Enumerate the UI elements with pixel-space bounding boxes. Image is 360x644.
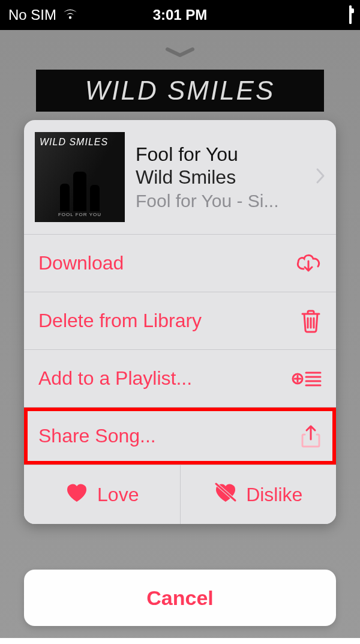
- add-to-list-icon: [292, 368, 322, 390]
- cancel-button[interactable]: Cancel: [24, 570, 336, 626]
- song-artist: Wild Smiles: [136, 166, 305, 188]
- album-art-title: WILD SMILES: [40, 137, 120, 148]
- dislike-button[interactable]: Dislike: [181, 465, 337, 524]
- add-to-playlist-button[interactable]: Add to a Playlist...: [24, 350, 336, 408]
- status-time: 3:01 PM: [153, 7, 208, 23]
- love-label: Love: [97, 484, 139, 506]
- phone-frame: No SIM 3:01 PM WILD SMILES WILD SMILES F…: [0, 0, 360, 644]
- heart-icon: [65, 481, 89, 508]
- wifi-icon: [62, 7, 78, 23]
- share-label: Share Song...: [38, 425, 156, 447]
- album-hero: WILD SMILES: [36, 70, 324, 112]
- share-icon: [300, 424, 322, 449]
- delete-from-library-button[interactable]: Delete from Library: [24, 292, 336, 350]
- chevron-right-icon: [316, 167, 325, 187]
- song-album: Fool for You - Si...: [136, 191, 305, 211]
- dislike-label: Dislike: [246, 484, 302, 506]
- cancel-label: Cancel: [146, 586, 214, 610]
- sheet-grabber-icon[interactable]: [165, 47, 195, 58]
- love-button[interactable]: Love: [24, 465, 181, 524]
- download-button[interactable]: Download: [24, 235, 336, 292]
- song-title: Fool for You: [136, 143, 305, 166]
- delete-label: Delete from Library: [38, 310, 202, 332]
- download-label: Download: [38, 252, 124, 274]
- share-song-button[interactable]: Share Song...: [24, 408, 336, 465]
- album-art: WILD SMILES FOOL FOR YOU: [35, 132, 125, 222]
- cloud-download-icon: [295, 253, 322, 274]
- album-art-graphic: [35, 169, 125, 211]
- album-art-subtitle: FOOL FOR YOU: [40, 212, 120, 217]
- bottom-edge: [0, 638, 360, 644]
- trash-icon: [300, 309, 322, 333]
- add-playlist-label: Add to a Playlist...: [38, 367, 192, 390]
- action-sheet: WILD SMILES FOOL FOR YOU Fool for You Wi…: [24, 120, 336, 524]
- status-bar: No SIM 3:01 PM: [0, 0, 360, 30]
- carrier-label: No SIM: [8, 7, 56, 23]
- heart-slash-icon: [214, 481, 238, 508]
- song-header[interactable]: WILD SMILES FOOL FOR YOU Fool for You Wi…: [24, 120, 336, 235]
- battery-icon: [349, 7, 352, 23]
